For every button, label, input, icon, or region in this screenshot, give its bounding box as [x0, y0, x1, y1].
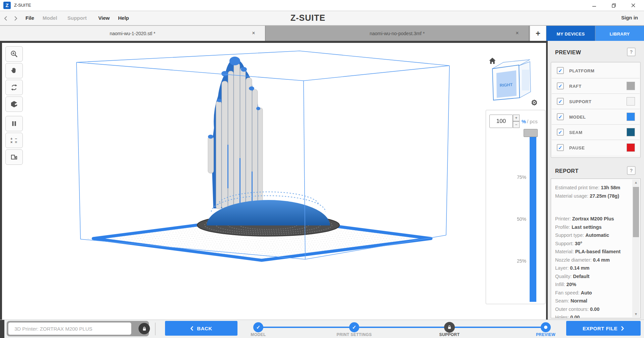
- math-values-button[interactable]: + −× =: [5, 133, 23, 148]
- layer-region-button[interactable]: [5, 149, 23, 165]
- report-panel-title: REPORT: [555, 168, 579, 174]
- pause-icon: [10, 120, 18, 128]
- menu-help[interactable]: Help: [118, 15, 129, 21]
- raft-swatch: [627, 82, 635, 90]
- new-tab-button[interactable]: +: [530, 26, 546, 41]
- active-dot: [544, 326, 547, 329]
- seam-swatch: [627, 128, 635, 136]
- preview-row-raft[interactable]: ✓ RAFT: [552, 78, 640, 94]
- preview-row-pause[interactable]: ✓ PAUSE: [552, 140, 640, 155]
- stepper-line: [258, 327, 546, 328]
- scroll-down-icon[interactable]: ▼: [632, 311, 640, 317]
- percent-unit-label[interactable]: %: [522, 119, 526, 124]
- zoom-in-icon: [10, 50, 18, 58]
- preview-row-support[interactable]: ✓ SUPPORT: [552, 94, 640, 109]
- step-model-label: MODEL: [231, 332, 285, 337]
- check-icon: ✓: [352, 324, 357, 330]
- tick-50: 50%: [505, 216, 526, 222]
- lock-icon: [447, 325, 452, 330]
- tick-75: 75%: [505, 175, 526, 180]
- pieces-unit-label[interactable]: / pcs: [527, 119, 538, 124]
- report-panel: Estimated print time: 13h 58m Material u…: [551, 179, 641, 318]
- scroll-thumb[interactable]: [633, 187, 639, 237]
- step-support-label: SUPPORT: [423, 332, 476, 337]
- view-cube: RIGHT: [492, 60, 531, 100]
- preview-row-seam[interactable]: ✓ SEAM: [552, 125, 640, 140]
- printer-selector[interactable]: [7, 321, 149, 336]
- chevron-left-icon: [190, 326, 194, 331]
- sign-in-link[interactable]: Sign in: [621, 15, 638, 20]
- tab-close-icon[interactable]: ×: [250, 30, 257, 37]
- seam-checkbox[interactable]: ✓: [557, 129, 564, 136]
- step-preview-label: PREVIEW: [519, 332, 573, 337]
- support-swatch: [627, 97, 635, 106]
- platform-checkbox[interactable]: ✓: [557, 67, 564, 74]
- bottom-bar: BACK ✓ ✓ MODEL PRINT SETTINGS SUPPORT PR…: [0, 320, 644, 338]
- tab-file-2[interactable]: naomi-wu-no-podest.3mf * ×: [266, 26, 529, 41]
- report-content: Estimated print time: 13h 58m Material u…: [555, 184, 631, 318]
- report-scrollbar[interactable]: ▲ ▼: [632, 180, 640, 317]
- window-title: Z-SUITE: [14, 3, 31, 8]
- app-logo: Z: [3, 2, 11, 9]
- home-view-icon[interactable]: [488, 57, 497, 66]
- pause-layers-button[interactable]: [5, 116, 23, 131]
- my-devices-button[interactable]: MY DEVICES: [546, 26, 595, 42]
- hand-icon: [10, 67, 18, 75]
- tab-file-1[interactable]: naomi-wu-1-2020.stl * ×: [0, 26, 265, 41]
- layer-slider-handle[interactable]: [524, 129, 538, 137]
- report-help-button[interactable]: ?: [627, 166, 636, 175]
- increment-button[interactable]: +: [513, 115, 520, 121]
- tick-25: 25%: [505, 258, 526, 264]
- pause-checkbox[interactable]: ✓: [557, 144, 564, 151]
- viewport-edge: [0, 320, 4, 338]
- model-swatch: [627, 113, 635, 121]
- viewport-3d[interactable]: RIGHT + −×: [0, 41, 548, 320]
- menu-view[interactable]: View: [98, 15, 110, 21]
- close-icon[interactable]: [624, 0, 643, 11]
- layer-slider-track[interactable]: [530, 137, 536, 302]
- minimize-icon[interactable]: [585, 0, 604, 11]
- support-checkbox[interactable]: ✓: [557, 98, 564, 105]
- step-print-settings-circle[interactable]: ✓: [349, 322, 359, 332]
- preview-row-platform[interactable]: ✓ PLATFORM: [552, 63, 640, 78]
- preview-options-panel: ✓ PLATFORM ✓ RAFT ✓ SUPPORT ✓ MODEL ✓ SE…: [551, 62, 641, 158]
- raft-checkbox[interactable]: ✓: [557, 82, 564, 89]
- gear-icon[interactable]: ⚙: [531, 98, 538, 107]
- nav-forward-icon[interactable]: [14, 16, 17, 22]
- cube-icon: [10, 100, 18, 108]
- export-file-button[interactable]: EXPORT FILE: [566, 321, 641, 336]
- scroll-up-icon[interactable]: ▲: [632, 180, 640, 186]
- pan-tool-button[interactable]: [5, 63, 23, 78]
- model-checkbox[interactable]: ✓: [557, 113, 564, 120]
- layers-slider-panel: + − % / pcs 75% 50% 25%: [486, 110, 545, 304]
- menu-model: Model: [43, 15, 57, 21]
- window-titlebar: Z Z-SUITE: [0, 0, 644, 11]
- check-icon: ✓: [256, 324, 261, 330]
- menu-file[interactable]: File: [25, 15, 34, 21]
- tab-close-icon[interactable]: ×: [514, 30, 521, 37]
- library-button[interactable]: LIBRARY: [595, 26, 644, 42]
- scene-3d: RIGHT: [0, 41, 548, 320]
- tab-label: naomi-wu-1-2020.stl *: [110, 31, 155, 36]
- sidebar: PREVIEW ? ✓ PLATFORM ✓ RAFT ✓ SUPPORT ✓ …: [548, 41, 644, 320]
- preview-help-button[interactable]: ?: [627, 48, 636, 56]
- printer-lock-button[interactable]: [139, 323, 150, 334]
- restore-icon[interactable]: [604, 0, 623, 11]
- zsuite-logo: Z-SUITE: [288, 13, 328, 23]
- preview-panel-title: PREVIEW: [555, 50, 581, 56]
- preview-row-model[interactable]: ✓ MODEL: [552, 109, 640, 125]
- step-model-circle[interactable]: ✓: [253, 322, 263, 332]
- decrement-button[interactable]: −: [513, 121, 520, 128]
- view-mode-button[interactable]: [5, 96, 23, 112]
- tab-label: naomi-wu-no-podest.3mf *: [370, 31, 425, 36]
- printer-input[interactable]: [8, 322, 131, 335]
- back-button[interactable]: BACK: [165, 321, 237, 336]
- model-statue: [208, 57, 263, 209]
- zoom-tool-button[interactable]: [5, 46, 23, 62]
- step-preview-circle[interactable]: [541, 322, 551, 332]
- view-cube-face-label: RIGHT: [499, 82, 513, 88]
- nav-back-icon[interactable]: [4, 16, 7, 22]
- layer-percent-input[interactable]: [489, 115, 513, 128]
- rotate-tool-button[interactable]: [5, 80, 23, 95]
- step-support-circle[interactable]: [444, 322, 455, 333]
